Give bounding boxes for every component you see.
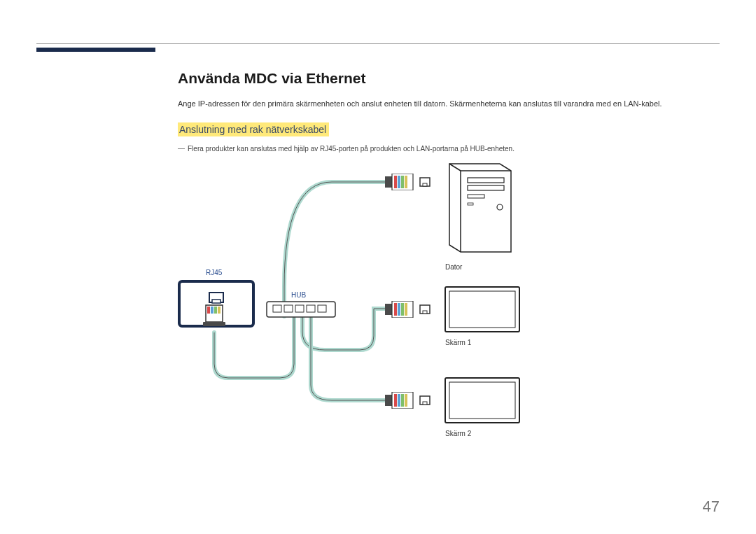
svg-rect-23 (398, 176, 400, 188)
header-rule (36, 43, 720, 44)
connection-diagram: RJ45 HUB Dator Skärm 1 Skärm 2 (178, 154, 710, 476)
page-title: Använda MDC via Ethernet (178, 70, 720, 87)
label-hub: HUB (291, 291, 306, 299)
svg-rect-2 (212, 300, 220, 303)
intro-text: Ange IP-adressen för den primära skärmen… (178, 98, 720, 110)
svg-rect-11 (284, 305, 293, 312)
svg-rect-30 (385, 304, 392, 315)
svg-rect-32 (394, 303, 397, 316)
svg-rect-12 (295, 305, 304, 312)
svg-rect-47 (423, 402, 427, 405)
svg-rect-39 (449, 382, 515, 419)
svg-rect-43 (398, 394, 400, 407)
page-number: 47 (703, 498, 720, 516)
rj45-connector-dator-icon (385, 174, 434, 190)
note-text: Flera produkter kan anslutas med hjälp a… (178, 143, 720, 154)
rj45-connector-skarm2-icon (385, 392, 434, 409)
svg-rect-6 (214, 307, 217, 314)
svg-rect-40 (385, 395, 392, 406)
svg-rect-33 (398, 303, 400, 316)
svg-rect-34 (401, 303, 404, 316)
svg-rect-44 (401, 394, 404, 407)
svg-rect-45 (405, 394, 407, 407)
svg-rect-42 (394, 394, 397, 407)
svg-rect-25 (405, 176, 407, 188)
section-subheading: Anslutning med rak nätverkskabel (178, 122, 329, 136)
svg-rect-27 (423, 183, 427, 186)
svg-rect-20 (385, 176, 392, 188)
label-skarm1: Skärm 1 (445, 339, 471, 346)
svg-rect-24 (401, 176, 404, 188)
svg-rect-10 (273, 305, 281, 312)
monitor-1-icon (444, 286, 521, 335)
svg-rect-37 (423, 311, 427, 314)
header-accent-bar (36, 48, 155, 52)
svg-rect-13 (307, 305, 315, 312)
svg-rect-35 (405, 303, 407, 316)
hub-icon (266, 301, 336, 322)
rj45-display-icon (178, 280, 255, 330)
monitor-2-icon (444, 377, 521, 426)
svg-rect-7 (218, 307, 220, 314)
svg-rect-8 (203, 322, 225, 326)
label-skarm2: Skärm 2 (445, 430, 471, 437)
svg-rect-14 (318, 305, 326, 312)
svg-rect-29 (449, 291, 515, 328)
label-dator: Dator (445, 263, 462, 271)
svg-rect-4 (207, 307, 210, 314)
svg-rect-5 (211, 307, 214, 314)
svg-rect-22 (394, 176, 397, 188)
label-rj45: RJ45 (206, 269, 222, 276)
computer-tower-icon (444, 161, 514, 259)
rj45-connector-skarm1-icon (385, 301, 434, 318)
